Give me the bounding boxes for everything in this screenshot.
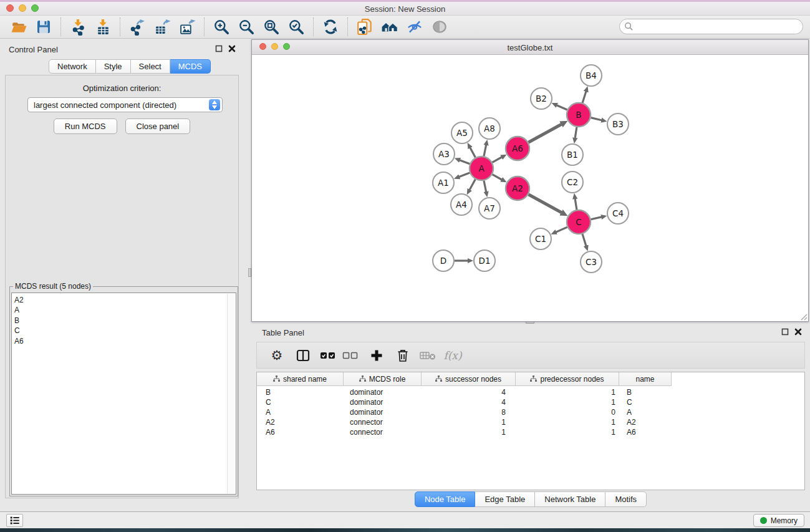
open-session-button[interactable] <box>8 17 29 36</box>
graph-edge[interactable] <box>459 173 470 177</box>
graph-edge[interactable] <box>493 175 502 180</box>
create-column-button[interactable] <box>365 345 388 366</box>
graph-edge[interactable] <box>470 180 475 190</box>
import-network-icon <box>70 19 87 36</box>
export-table-button[interactable] <box>152 17 173 36</box>
result-item[interactable]: A6 <box>14 336 227 346</box>
export-network-button[interactable] <box>127 17 148 36</box>
save-floppy-icon <box>36 19 52 35</box>
network-canvas[interactable]: B4B2BB3A8A5A6B1A3AA1C2A2A4A7C4CC1C3DD1 <box>252 56 808 321</box>
table-row[interactable]: A2 connector 1 1 A2 <box>257 417 804 427</box>
result-scrollbar[interactable] <box>227 294 235 493</box>
graph-edge[interactable] <box>557 105 567 110</box>
result-item[interactable]: B <box>14 316 227 326</box>
graph-node-label: A7 <box>484 203 495 213</box>
tab-network[interactable]: Network <box>49 59 96 74</box>
table-row[interactable]: A6 connector 1 1 A6 <box>257 427 804 437</box>
graph-edge[interactable] <box>582 234 586 246</box>
show-hide-graphics-button[interactable] <box>429 17 450 36</box>
float-panel-icon[interactable] <box>215 45 223 52</box>
graph-node-label: B3 <box>612 119 624 129</box>
graph-edge[interactable] <box>484 145 486 157</box>
column-header-predecessor-nodes[interactable]: predecessor nodes <box>516 372 619 386</box>
delete-table-button[interactable] <box>417 345 439 366</box>
mcds-result-list: A2 A B C A6 <box>11 293 236 495</box>
float-panel-icon[interactable] <box>781 328 789 336</box>
function-builder-button[interactable]: f(x) <box>441 345 464 366</box>
graph-edge[interactable] <box>529 195 562 213</box>
tab-node-table[interactable]: Node Table <box>415 491 476 507</box>
criterion-dropdown[interactable]: largest connected component (directed) <box>27 97 223 112</box>
result-item[interactable]: A <box>14 305 227 315</box>
first-neighbors-button[interactable] <box>379 17 400 36</box>
two-houses-icon <box>381 18 398 36</box>
table-row[interactable]: B dominator 4 1 B <box>257 387 804 397</box>
graph-edge[interactable] <box>582 92 586 103</box>
table-row[interactable]: A dominator 8 0 A <box>257 407 804 417</box>
hide-selected-button[interactable] <box>404 17 425 36</box>
list-icon <box>9 516 20 525</box>
graph-node-label: A8 <box>484 123 495 133</box>
graph-edge[interactable] <box>460 160 470 164</box>
graph-edge[interactable] <box>529 124 562 142</box>
control-panel-window-buttons <box>215 45 236 52</box>
status-bar: Memory <box>0 511 810 528</box>
cell-mcds-role: connector <box>350 428 418 437</box>
enable-all-columns-button[interactable] <box>317 345 339 366</box>
cell-name: A <box>627 408 677 417</box>
graph-edge[interactable] <box>575 199 577 210</box>
disable-all-columns-button[interactable] <box>339 345 362 366</box>
import-network-button[interactable] <box>67 17 89 36</box>
import-table-button[interactable] <box>92 17 113 36</box>
task-history-button[interactable] <box>6 514 23 527</box>
table-settings-button[interactable]: ⚙ <box>266 345 288 366</box>
column-header-name[interactable]: name <box>619 372 672 386</box>
new-network-from-selection-button[interactable] <box>354 17 375 36</box>
delete-columns-button[interactable] <box>392 345 414 366</box>
graph-edge[interactable] <box>556 227 567 232</box>
tab-motifs[interactable]: Motifs <box>605 491 647 507</box>
cell-successor-nodes: 8 <box>422 408 506 417</box>
result-item[interactable]: C <box>14 326 227 336</box>
toolbar-separator <box>120 17 120 36</box>
tab-select[interactable]: Select <box>131 59 170 74</box>
column-label: name <box>635 375 654 384</box>
memory-button[interactable]: Memory <box>753 514 804 527</box>
show-columns-button[interactable] <box>292 345 314 366</box>
column-header-shared-name[interactable]: shared name <box>257 372 344 386</box>
tab-edge-table[interactable]: Edge Table <box>475 491 535 507</box>
network-window-title-bar[interactable]: testGlobe.txt <box>252 40 808 55</box>
search-input[interactable] <box>619 19 803 34</box>
window-resize-handle[interactable] <box>799 312 808 321</box>
table-panel-window-buttons <box>781 328 802 336</box>
close-panel-button[interactable]: Close panel <box>125 118 191 134</box>
tab-mcds[interactable]: MCDS <box>170 59 211 74</box>
save-session-button[interactable] <box>33 17 54 36</box>
zoom-fit-button[interactable] <box>261 17 282 36</box>
graph-edge[interactable] <box>470 148 476 158</box>
run-mcds-button[interactable]: Run MCDS <box>54 118 117 134</box>
graph-node-label: A3 <box>438 149 450 159</box>
tab-network-table[interactable]: Network Table <box>535 491 605 507</box>
apply-layout-button[interactable] <box>320 17 341 36</box>
close-panel-icon[interactable] <box>228 45 236 52</box>
tab-style[interactable]: Style <box>96 59 131 74</box>
graph-edge[interactable] <box>493 157 502 162</box>
table-row[interactable]: C dominator 4 1 C <box>257 397 804 407</box>
graph-edge[interactable] <box>484 181 486 192</box>
app-title-bar: Session: New Session <box>0 2 810 16</box>
column-header-successor-nodes[interactable]: successor nodes <box>422 372 516 386</box>
zoom-out-button[interactable] <box>236 17 257 36</box>
result-item[interactable]: A2 <box>14 295 227 305</box>
refresh-icon <box>322 18 339 36</box>
graph-edge[interactable] <box>575 127 577 138</box>
zoom-selected-button[interactable] <box>286 17 307 36</box>
zoom-in-button[interactable] <box>211 17 232 36</box>
export-image-button[interactable] <box>176 17 198 36</box>
column-header-mcds-role[interactable]: MCDS role <box>344 372 422 386</box>
graph-edge[interactable] <box>591 217 602 220</box>
mcds-result-group: MCDS result (5 nodes) A2 A B C A6 <box>9 286 238 496</box>
graph-edge[interactable] <box>591 118 602 120</box>
close-panel-icon[interactable] <box>794 328 802 336</box>
cell-name: A6 <box>627 428 677 437</box>
